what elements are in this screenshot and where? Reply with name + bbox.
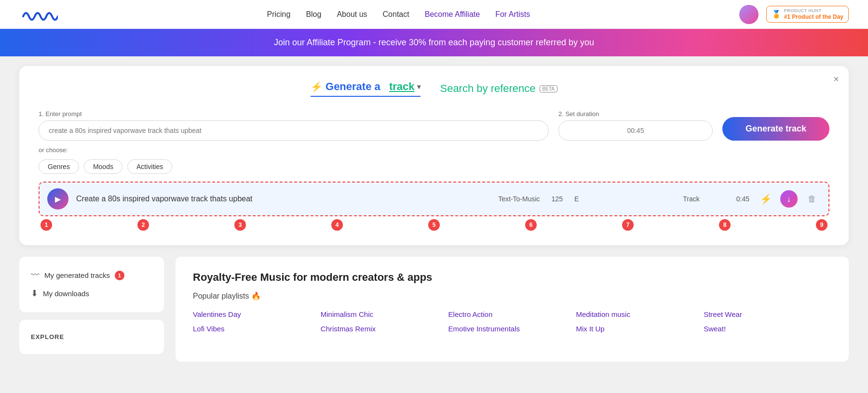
circle-6: 6: [525, 219, 537, 231]
playlist-col-1: Minimalism Chic Christmas Remix: [321, 310, 448, 333]
generate-track-button[interactable]: Generate track: [722, 117, 829, 141]
playlist-col-2: Electro Action Emotive Instrumentals: [448, 310, 576, 333]
delete-button[interactable]: 🗑: [803, 190, 821, 208]
duration-label: 2. Set duration: [558, 110, 713, 118]
tab-generate[interactable]: ⚡ Generate a track ▾: [311, 80, 420, 97]
prompt-input[interactable]: [39, 120, 549, 141]
playlist-emotive-instrumentals[interactable]: Emotive Instrumentals: [448, 325, 520, 333]
nav-blog[interactable]: Blog: [306, 10, 321, 19]
nav-contact[interactable]: Contact: [383, 10, 409, 19]
generator-card: × ⚡ Generate a track ▾ Search by referen…: [19, 66, 849, 245]
content-area: Royalty-Free Music for modern creators &…: [176, 257, 849, 362]
logo[interactable]: [19, 5, 58, 24]
sidebar-generated-tracks-label: My generated tracks: [44, 271, 110, 279]
duration-group: 2. Set duration: [558, 110, 713, 141]
ph-product-label: PRODUCT HUNT: [784, 8, 843, 13]
track-key: E: [574, 195, 579, 203]
track-actions: ⚡ ↓ 🗑: [757, 190, 821, 208]
sidebar-downloads-label: My downloads: [43, 289, 89, 298]
ph-rank-label: #1 Product of the Day: [784, 13, 843, 20]
download-icon: ⬇: [31, 288, 38, 299]
trash-icon: 🗑: [808, 194, 816, 204]
tab-generate-prefix: Generate a: [326, 80, 380, 93]
circle-9: 9: [816, 219, 827, 231]
play-icon: ▶: [55, 195, 61, 204]
tab-generate-word: track: [389, 80, 415, 93]
navbar: Pricing Blog About us Contact Become Aff…: [0, 0, 868, 29]
nav-affiliate[interactable]: Become Affiliate: [425, 10, 480, 19]
prompt-group: 1. Enter prompt: [39, 110, 549, 141]
track-type: Text-To-Music: [498, 195, 540, 203]
generator-tabs: ⚡ Generate a track ▾ Search by reference…: [39, 80, 829, 97]
circle-4: 4: [331, 219, 343, 231]
avatar[interactable]: [739, 5, 759, 24]
circle-3: 3: [234, 219, 246, 231]
track-label: Track: [683, 195, 699, 203]
track-bpm: 125: [552, 195, 563, 203]
affiliate-banner[interactable]: Join our Affiliate Program - receive 30%…: [0, 29, 868, 56]
playlist-mix-it-up[interactable]: Mix It Up: [576, 325, 604, 333]
circle-7: 7: [622, 219, 634, 231]
bottom-section: 〰 My generated tracks 1 ⬇ My downloads E…: [19, 257, 849, 362]
playlist-col-3: Meditation music Mix It Up: [576, 310, 704, 333]
tracks-count-badge: 1: [115, 271, 124, 280]
circle-5: 5: [428, 219, 440, 231]
navbar-right: 🏅 PRODUCT HUNT #1 Product of the Day: [739, 5, 849, 24]
nav-links: Pricing Blog About us Contact Become Aff…: [267, 10, 530, 19]
nav-artists[interactable]: For Artists: [495, 10, 530, 19]
activities-button[interactable]: Activities: [127, 159, 172, 174]
regenerate-button[interactable]: ⚡: [757, 190, 774, 208]
playlist-valentines-day[interactable]: Valentines Day: [193, 310, 241, 318]
download-icon: ↓: [787, 194, 791, 204]
tag-buttons: Genres Moods Activities: [39, 159, 829, 174]
explore-label: EXPLORE: [31, 329, 152, 344]
track-title: Create a 80s inspired vaporwave track th…: [76, 195, 490, 203]
nav-about[interactable]: About us: [337, 10, 367, 19]
playlist-electro-action[interactable]: Electro Action: [448, 310, 493, 318]
tab-search-label: Search by reference: [440, 82, 535, 95]
genres-button[interactable]: Genres: [39, 159, 79, 174]
duration-input[interactable]: [558, 120, 713, 141]
waveform-icon: 〰: [31, 270, 40, 280]
play-button[interactable]: ▶: [47, 188, 68, 210]
product-hunt-badge[interactable]: 🏅 PRODUCT HUNT #1 Product of the Day: [766, 6, 849, 23]
sidebar: 〰 My generated tracks 1 ⬇ My downloads E…: [19, 257, 164, 362]
sidebar-explore-card: EXPLORE: [19, 320, 164, 354]
lightning-icon: ⚡: [760, 193, 772, 205]
medal-icon: 🏅: [772, 10, 781, 19]
sidebar-item-generated-tracks[interactable]: 〰 My generated tracks 1: [31, 266, 152, 284]
circle-1: 1: [41, 219, 52, 231]
playlist-meditation-music[interactable]: Meditation music: [576, 310, 630, 318]
numbered-circles-row: 1 2 3 4 5 6 7 8 9: [39, 219, 829, 231]
playlist-grid: Valentines Day Lofi Vibes Minimalism Chi…: [193, 310, 831, 333]
sidebar-tracks-card: 〰 My generated tracks 1 ⬇ My downloads: [19, 257, 164, 312]
circle-8: 8: [719, 219, 731, 231]
playlist-minimalism-chic[interactable]: Minimalism Chic: [321, 310, 373, 318]
circle-2: 2: [137, 219, 149, 231]
playlist-street-wear[interactable]: Street Wear: [704, 310, 742, 318]
popular-playlists-label: Popular playlists 🔥: [193, 291, 831, 301]
playlist-col-4: Street Wear Sweat!: [704, 310, 831, 333]
moods-button[interactable]: Moods: [84, 159, 122, 174]
download-button[interactable]: ↓: [780, 190, 798, 208]
lightning-icon: ⚡: [311, 81, 323, 92]
beta-badge: BETA: [540, 85, 557, 92]
playlist-christmas-remix[interactable]: Christmas Remix: [321, 325, 376, 333]
content-title: Royalty-Free Music for modern creators &…: [193, 271, 831, 284]
playlist-lofi-vibes[interactable]: Lofi Vibes: [193, 325, 225, 333]
sidebar-item-downloads[interactable]: ⬇ My downloads: [31, 284, 152, 302]
track-row: ▶ Create a 80s inspired vaporwave track …: [39, 182, 829, 216]
form-row: 1. Enter prompt 2. Set duration Generate…: [39, 110, 829, 141]
playlist-sweat[interactable]: Sweat!: [704, 325, 726, 333]
playlist-col-0: Valentines Day Lofi Vibes: [193, 310, 321, 333]
close-button[interactable]: ×: [833, 74, 839, 85]
tab-search-reference[interactable]: Search by reference BETA: [440, 82, 557, 95]
prompt-label: 1. Enter prompt: [39, 110, 549, 118]
main-container: × ⚡ Generate a track ▾ Search by referen…: [0, 56, 868, 371]
track-duration: 0:45: [736, 195, 749, 203]
chevron-down-icon: ▾: [417, 83, 420, 91]
or-choose-label: or choose:: [39, 146, 829, 154]
nav-pricing[interactable]: Pricing: [267, 10, 290, 19]
track-meta: Text-To-Music 125 E: [498, 195, 579, 203]
banner-text: Join our Affiliate Program - receive 30%…: [274, 38, 594, 47]
